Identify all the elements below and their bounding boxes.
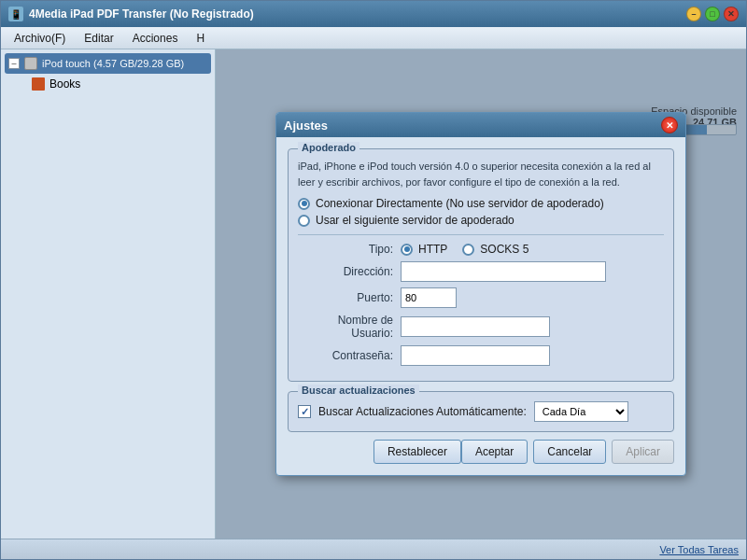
radio-direct-input[interactable] (298, 198, 310, 210)
contrasena-input[interactable] (401, 345, 550, 366)
buscar-checkbox[interactable]: ✓ (298, 405, 311, 418)
footer-buttons: Aceptar Cancelar Aplicar (461, 440, 674, 464)
book-icon (31, 77, 46, 91)
checkbox-check-mark: ✓ (301, 406, 309, 418)
tree-area: – iPod touch (4.57 GB/29.28 GB) Books (1, 49, 215, 539)
menu-archivo[interactable]: Archivo(F) (5, 30, 75, 47)
aceptar-button[interactable]: Aceptar (461, 440, 528, 464)
socks-label: SOCKS 5 (480, 243, 529, 256)
radio-http-dot (404, 246, 410, 252)
tree-expand-icon[interactable]: – (8, 58, 20, 69)
http-label: HTTP (418, 243, 447, 256)
book-folder-icon (32, 77, 45, 91)
dialog-title: Ajustes (284, 119, 328, 133)
ver-todas-link[interactable]: Ver Todas Tareas (659, 544, 739, 555)
radio-proxy-input[interactable] (298, 215, 310, 227)
connection-type-group: Conexionar Directamente (No use servidor… (298, 197, 664, 227)
maximize-button[interactable]: □ (705, 7, 720, 21)
ipod-icon (24, 57, 37, 70)
contrasena-label: Contraseña: (298, 349, 401, 362)
radio-http-row[interactable]: HTTP (401, 243, 447, 256)
dialog-close-button[interactable]: ✕ (661, 117, 678, 133)
aplicar-button[interactable]: Aplicar (612, 440, 674, 464)
direccion-input[interactable] (401, 261, 606, 282)
proxy-settings-form: Tipo: HTTP (298, 234, 664, 366)
apoderado-section: Apoderado iPad, iPhone e iPod touch vers… (288, 148, 674, 382)
buscar-frequency-select[interactable]: Cada Día Cada Semana Nunca (534, 401, 628, 422)
buscar-section: Buscar actualizaciones ✓ Buscar Actualiz… (288, 391, 674, 432)
menu-editar[interactable]: Editar (75, 30, 122, 47)
tipo-row: Tipo: HTTP (298, 243, 664, 256)
cancelar-button[interactable]: Cancelar (533, 440, 606, 464)
buscar-row: ✓ Buscar Actualizaciones Automáticamente… (298, 401, 664, 422)
nombre-row: Nombre de Usuario: (298, 314, 664, 340)
buscar-section-title: Buscar actualizaciones (298, 385, 419, 396)
radio-direct-label: Conexionar Directamente (No use servidor… (316, 197, 604, 210)
direccion-row: Dirección: (298, 261, 664, 282)
tipo-label: Tipo: (298, 243, 401, 256)
apoderado-section-title: Apoderado (298, 142, 359, 153)
main-window: 📱 4Media iPad PDF Transfer (No Registrad… (0, 0, 747, 560)
puerto-label: Puerto: (298, 291, 401, 304)
minimize-button[interactable]: – (686, 7, 701, 21)
menu-h[interactable]: H (187, 30, 214, 47)
dialog-backdrop: Ajustes ✕ Apoderado iPad, iPhone e iPod … (216, 49, 746, 539)
window-title: 4Media iPad PDF Transfer (No Registrado) (29, 7, 254, 21)
dialog-footer: Restablecer Aceptar Cancelar Aplicar (288, 432, 674, 464)
restablecer-button[interactable]: Restablecer (374, 440, 461, 464)
radio-socks-row[interactable]: SOCKS 5 (462, 243, 529, 256)
right-panel: Espacio disponible 24.71 GB Ajustes ✕ (216, 49, 746, 539)
contrasena-row: Contraseña: (298, 345, 664, 366)
app-icon: 📱 (8, 7, 23, 21)
bottom-status-bar: Ver Todas Tareas (1, 539, 746, 559)
tree-item-device[interactable]: – iPod touch (4.57 GB/29.28 GB) (5, 53, 211, 74)
menu-bar: Archivo(F) Editar Acciones H (1, 27, 746, 49)
puerto-row: Puerto: (298, 287, 664, 308)
radio-http-input[interactable] (401, 244, 413, 256)
device-icon (23, 56, 38, 71)
title-bar-controls: – □ ✕ (686, 7, 739, 21)
dialog-title-bar: Ajustes ✕ (276, 113, 685, 137)
radio-proxy-label: Usar el siguiente servidor de apoderado (316, 214, 514, 227)
left-panel: – iPod touch (4.57 GB/29.28 GB) Books (1, 49, 216, 539)
radio-direct-row[interactable]: Conexionar Directamente (No use servidor… (298, 197, 664, 210)
radio-proxy-row[interactable]: Usar el siguiente servidor de apoderado (298, 214, 664, 227)
settings-dialog: Ajustes ✕ Apoderado iPad, iPhone e iPod … (275, 112, 686, 476)
tree-item-books[interactable]: Books (27, 74, 211, 94)
tree-child-books: Books (27, 74, 211, 94)
radio-direct-dot (302, 201, 307, 206)
nombre-label: Nombre de Usuario: (298, 314, 401, 340)
device-label: iPod touch (4.57 GB/29.28 GB) (42, 58, 184, 69)
title-bar-left: 📱 4Media iPad PDF Transfer (No Registrad… (8, 7, 254, 21)
title-bar: 📱 4Media iPad PDF Transfer (No Registrad… (1, 1, 746, 27)
apoderado-info-text: iPad, iPhone e iPod touch versión 4.0 o … (298, 159, 664, 189)
menu-acciones[interactable]: Acciones (123, 30, 188, 47)
tipo-options: HTTP SOCKS 5 (401, 243, 529, 256)
buscar-auto-label: Buscar Actualizaciones Automáticamente: (318, 405, 527, 418)
nombre-input[interactable] (401, 316, 550, 337)
direccion-label: Dirección: (298, 265, 401, 278)
dialog-body: Apoderado iPad, iPhone e iPod touch vers… (276, 137, 685, 475)
close-button[interactable]: ✕ (724, 7, 739, 21)
radio-socks-input[interactable] (462, 244, 474, 256)
content-area: – iPod touch (4.57 GB/29.28 GB) Books (1, 49, 746, 539)
puerto-input[interactable] (401, 287, 457, 308)
books-label: Books (49, 77, 80, 91)
